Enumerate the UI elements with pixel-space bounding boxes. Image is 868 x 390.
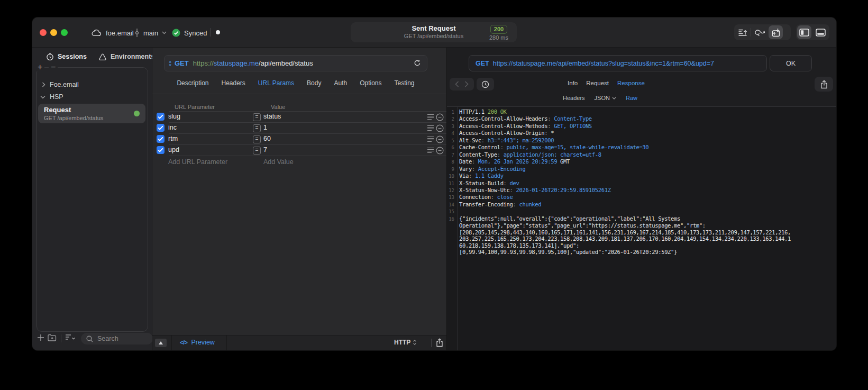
- search-input[interactable]: [96, 334, 141, 343]
- param-name[interactable]: upd: [168, 146, 179, 153]
- request-tab-auth[interactable]: Auth: [334, 79, 347, 87]
- sort-filter-icon[interactable]: [65, 334, 76, 340]
- titlebar-separator: [210, 28, 211, 37]
- response-line: 60,218,159,138,178,135,173,141],"upd":: [447, 242, 836, 249]
- param-checkbox[interactable]: [157, 124, 165, 132]
- request-method[interactable]: GET: [175, 59, 189, 67]
- sidebar-search[interactable]: [81, 333, 153, 344]
- sidebar: Sessions Environments + − Foe.email: [32, 48, 152, 350]
- param-options-icon[interactable]: [427, 136, 434, 142]
- url-host: statuspage.me: [214, 59, 259, 67]
- param-value[interactable]: 7: [263, 146, 267, 153]
- param-options-icon[interactable]: [427, 147, 434, 153]
- response-tab-info[interactable]: Info: [568, 80, 578, 86]
- request-tab-description[interactable]: Description: [177, 79, 208, 87]
- request-item-title: Request: [44, 106, 71, 114]
- clock-icon: [46, 53, 54, 61]
- param-value[interactable]: status: [263, 113, 281, 120]
- preview-button[interactable]: </> Preview: [180, 339, 215, 346]
- toggle-left-panel-button[interactable]: [797, 25, 811, 39]
- tree-group-foe-email[interactable]: Foe.email: [42, 80, 79, 89]
- history-button[interactable]: [477, 78, 494, 90]
- param-checkbox[interactable]: [157, 135, 165, 143]
- method-selector-arrows-icon[interactable]: [168, 60, 172, 67]
- tree-group-hsp[interactable]: HSP: [40, 92, 63, 102]
- param-value[interactable]: 60: [263, 135, 271, 142]
- add-item-icon[interactable]: [37, 334, 44, 341]
- close-window-button[interactable]: [40, 29, 47, 36]
- response-subtab-headers[interactable]: Headers: [563, 95, 585, 101]
- response-tab-request[interactable]: Request: [586, 80, 609, 86]
- footer-divider: [171, 335, 172, 350]
- minimize-window-button[interactable]: [50, 29, 57, 36]
- new-folder-icon[interactable]: [48, 334, 57, 341]
- tab-sessions[interactable]: Sessions: [46, 53, 87, 61]
- response-tab-response[interactable]: Response: [617, 80, 645, 86]
- param-checkbox[interactable]: [157, 113, 165, 121]
- sync-loop-button[interactable]: [751, 24, 768, 40]
- share-icon[interactable]: [436, 338, 443, 347]
- equals-icon: =: [253, 113, 261, 121]
- param-name[interactable]: rtm: [168, 135, 178, 142]
- zoom-window-button[interactable]: [61, 29, 68, 36]
- response-line: 203,257,225,165,250,173,204,223,158,208,…: [447, 235, 836, 242]
- add-param-name-placeholder[interactable]: Add URL Parameter: [168, 158, 227, 166]
- response-body-view[interactable]: 1HTTP/1.1 200 OK2Access-Control-Allow-He…: [447, 107, 836, 350]
- sidebar-request-item-selected[interactable]: Request GET /api/embed/status: [38, 104, 145, 123]
- response-subtab-json[interactable]: JSON: [595, 95, 616, 101]
- tab-environments-label: Environments: [111, 53, 154, 60]
- param-options-icon[interactable]: [427, 125, 434, 131]
- forward-chevron-icon[interactable]: [464, 81, 469, 87]
- protocol-selector[interactable]: HTTP: [394, 339, 417, 346]
- url-param-row: rtm=60: [152, 134, 446, 144]
- request-tab-testing[interactable]: Testing: [395, 79, 415, 87]
- param-name[interactable]: slug: [168, 113, 180, 120]
- response-status-text: OK: [786, 60, 796, 67]
- param-name[interactable]: inc: [168, 124, 177, 131]
- updown-chevrons-icon: [413, 339, 417, 346]
- response-url: https://statuspage.me/api/embed/status?s…: [493, 60, 714, 67]
- import-request-button[interactable]: [769, 25, 783, 39]
- param-remove-icon[interactable]: [436, 135, 444, 143]
- param-checkbox[interactable]: [157, 146, 165, 154]
- request-url[interactable]: https://statuspage.me/api/embed/status: [193, 59, 313, 67]
- param-remove-icon[interactable]: [436, 147, 444, 155]
- request-url-bar[interactable]: GET https://statuspage.me/api/embed/stat…: [164, 55, 427, 71]
- back-chevron-icon[interactable]: [455, 81, 459, 87]
- response-url-pill[interactable]: GET https://statuspage.me/api/embed/stat…: [469, 55, 767, 71]
- toggle-bottom-panel-button[interactable]: [812, 24, 829, 40]
- request-tab-body[interactable]: Body: [307, 79, 321, 87]
- sent-request-summary[interactable]: Sent Request GET /api/embed/status 200 2…: [351, 22, 517, 42]
- add-session-button[interactable]: +: [35, 63, 44, 71]
- export-response-button[interactable]: [815, 77, 833, 92]
- request-tab-options[interactable]: Options: [360, 79, 381, 87]
- footer-divider: [226, 335, 227, 350]
- response-line: 13Connection: close: [447, 194, 836, 201]
- sync-status[interactable]: Synced: [172, 28, 207, 38]
- remove-session-button[interactable]: −: [49, 63, 58, 71]
- refresh-icon[interactable]: [414, 59, 421, 67]
- url-param-row: upd=7: [152, 145, 446, 156]
- preview-label: Preview: [191, 339, 214, 346]
- project-switcher[interactable]: foe.email: [92, 28, 134, 38]
- export-lines-button[interactable]: [734, 24, 751, 40]
- chevron-down-icon: [612, 97, 616, 99]
- param-options-icon[interactable]: [427, 114, 434, 120]
- tab-environments[interactable]: Environments: [98, 53, 154, 61]
- param-remove-icon[interactable]: [436, 124, 444, 132]
- param-value[interactable]: 1: [263, 124, 267, 131]
- add-param-row[interactable]: Add URL Parameter Add Value: [152, 156, 446, 167]
- collapse-panel-button[interactable]: [155, 339, 167, 347]
- param-remove-icon[interactable]: [436, 113, 444, 121]
- toolbar-group-actions: [734, 24, 791, 40]
- synced-check-icon: [172, 29, 180, 37]
- response-line: 4Access-Control-Allow-Origin: *: [447, 130, 836, 137]
- branch-selector[interactable]: main: [134, 28, 167, 38]
- response-line: 2Access-Control-Allow-Headers: Content-T…: [447, 115, 836, 122]
- response-subtab-raw[interactable]: Raw: [626, 95, 637, 101]
- add-param-value-placeholder[interactable]: Add Value: [263, 158, 294, 166]
- request-tab-headers[interactable]: Headers: [221, 79, 245, 87]
- request-tab-url-params[interactable]: URL Params: [258, 79, 294, 87]
- protocol-label: HTTP: [394, 339, 410, 346]
- chevron-right-icon: [42, 82, 45, 87]
